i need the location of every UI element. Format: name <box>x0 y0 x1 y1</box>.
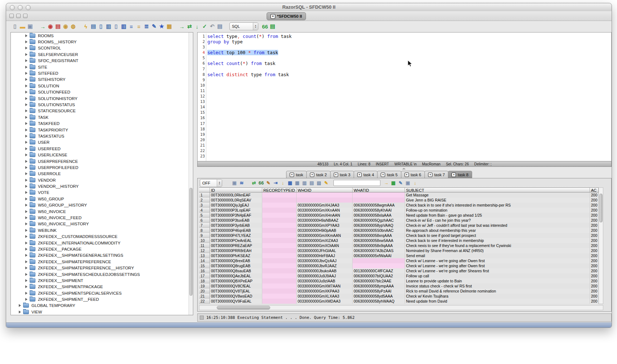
disconnect-db-icon[interactable] <box>47 23 54 30</box>
run-lightning-icon[interactable] <box>82 23 90 30</box>
cell-whatid[interactable]: 006300000058yhWAAQ <box>353 299 405 304</box>
cell-whatid[interactable]: 006300000058ympAAA <box>353 283 405 289</box>
cell-id[interactable]: 00T3000000P47LYEAZ <box>210 233 262 238</box>
table-row[interactable]: 100T3000000L0RknEAFGet Massage200 <box>199 192 599 198</box>
disclosure-triangle-icon[interactable] <box>25 66 27 69</box>
cell-whoid[interactable]: 0033000000GmXM7AAN <box>297 283 353 289</box>
cell-whatid[interactable]: 00630000005S0bnAAC <box>353 228 405 233</box>
disclosure-triangle-icon[interactable] <box>25 279 27 282</box>
sidebar-item-userpreference[interactable]: USERPREFERENCE <box>11 158 193 164</box>
cell-subject[interactable]: Follow-up on nomination <box>405 208 590 213</box>
disclosure-triangle-icon[interactable] <box>25 72 27 75</box>
cell-whoid[interactable]: 0033000000JFhGlAAL <box>297 248 353 253</box>
cell-ac[interactable]: 200 <box>590 263 599 268</box>
close-tab-icon[interactable]: × <box>381 173 385 177</box>
code-line[interactable]: group by type <box>207 39 610 44</box>
result-tab-task-5[interactable]: ×task 5 <box>377 171 401 178</box>
cell-whatid[interactable] <box>353 198 405 203</box>
disclosure-triangle-icon[interactable] <box>19 304 21 307</box>
cell-subject[interactable]: Re-approach about membership this year <box>405 228 590 233</box>
cell-whatid[interactable]: 00630000007A3bZAAS <box>353 248 405 253</box>
refresh-table-icon[interactable] <box>286 179 294 187</box>
fetch-icon[interactable] <box>193 23 201 30</box>
sidebar-item-taskpriority[interactable]: TASKPRIORITY <box>11 127 193 133</box>
cell-whoid[interactable]: 0033000000JbvRJAAZ <box>297 263 353 268</box>
table-page-icon[interactable] <box>301 179 308 187</box>
refresh-results-icon[interactable] <box>250 179 258 187</box>
results-vscrollbar[interactable] <box>599 187 603 304</box>
cell-ac[interactable]: 200 <box>590 203 599 208</box>
close-tab-icon[interactable]: × <box>405 173 409 177</box>
sidebar-item-zkfedex-shipment-feed[interactable]: ZKFEDEX__SHIPMENT__FEED <box>11 296 193 302</box>
disclosure-triangle-icon[interactable] <box>25 59 27 62</box>
sidebar-item-taskstatus[interactable]: TASKSTATUS <box>11 133 193 139</box>
disclosure-triangle-icon[interactable] <box>25 166 27 169</box>
disclosure-triangle-icon[interactable] <box>25 254 27 257</box>
stepper-icon[interactable]: ▲▼ <box>253 23 258 30</box>
code-line[interactable] <box>207 55 610 61</box>
download-icon[interactable] <box>411 179 419 187</box>
disclosure-triangle-icon[interactable] <box>25 222 27 225</box>
cell-recordtypeid[interactable] <box>262 299 297 304</box>
close-tab-icon[interactable]: × <box>428 173 432 177</box>
column-header-whoid[interactable]: WHOID <box>297 187 353 192</box>
cell-subject[interactable]: Need update from David <box>405 299 590 304</box>
cell-whatid[interactable]: 006300000058xrqAAA <box>353 233 405 238</box>
cell-whoid[interactable]: 0033000000Ju9zlAAB <box>297 278 353 283</box>
cell-subject[interactable]: Check w/ Kevin Tsujihara <box>405 294 590 299</box>
copy-icon[interactable] <box>54 23 62 30</box>
sidebar-item-zkfedex-shipmatepreference[interactable]: ZKFEDEX__SHIPMATEPREFERENCE <box>11 259 193 265</box>
cell-whatid[interactable]: 00630000007blc2AAE <box>353 278 405 283</box>
execute-icon[interactable] <box>178 23 186 30</box>
result-tab-task-6[interactable]: ×task 6 <box>401 171 425 178</box>
cell-whatid[interactable]: 006300000058yd5AAA <box>353 294 405 299</box>
copy-results-icon[interactable] <box>308 179 315 187</box>
cell-whoid[interactable]: 0033000000JbvQzAAJ <box>297 258 353 263</box>
rollback-icon[interactable] <box>208 23 216 30</box>
cell-ac[interactable]: 200 <box>590 258 599 263</box>
disclosure-triangle-icon[interactable] <box>25 40 27 43</box>
cell-id[interactable]: 00T3000000Q8sauEAB <box>210 268 262 273</box>
cell-ac[interactable]: 200 <box>590 223 599 228</box>
code-line[interactable] <box>207 153 610 159</box>
sql-mode-select[interactable]: SQL ▲▼ <box>229 22 258 30</box>
cell-whoid[interactable]: 0033000000GmXHJAA3 <box>297 203 353 208</box>
disclosure-triangle-icon[interactable] <box>25 97 27 100</box>
disclosure-triangle-icon[interactable] <box>25 191 27 194</box>
disclosure-triangle-icon[interactable] <box>25 147 27 150</box>
cell-whatid[interactable] <box>353 263 405 268</box>
edit-page-icon[interactable] <box>112 23 120 30</box>
close-tab-icon[interactable]: × <box>334 173 338 177</box>
cell-whatid[interactable]: 00630000007bIQUAA2 <box>353 273 405 278</box>
cell-ac[interactable]: 200 <box>590 218 599 223</box>
disclosure-triangle-icon[interactable] <box>25 248 27 251</box>
table-row[interactable]: 1100T3000000PREZaEAP0033000000GmXOiAAN00… <box>199 243 599 248</box>
disclosure-triangle-icon[interactable] <box>25 229 27 232</box>
cell-recordtypeid[interactable] <box>262 198 297 203</box>
column-header-id[interactable]: ID <box>210 187 262 192</box>
cell-id[interactable]: 00T3000000PRR8rEAH <box>210 248 262 253</box>
cell-recordtypeid[interactable] <box>262 218 297 223</box>
cell-ac[interactable]: 200 <box>590 248 599 253</box>
cell-id[interactable]: 00T3000000QV8TjEAL <box>210 289 262 294</box>
sidebar-item-userfeed[interactable]: USERFEED <box>11 146 193 152</box>
cell-subject[interactable]: Check w/ Leanne - we're going after Owen… <box>405 263 590 268</box>
cell-ac[interactable]: 200 <box>590 213 599 218</box>
cell-ac[interactable]: 200 <box>590 283 599 289</box>
table-star-icon[interactable] <box>165 23 173 30</box>
cell-id[interactable]: 00T3000000Q8rugEAB <box>210 263 262 268</box>
describe-icon[interactable] <box>261 23 269 30</box>
cell-whoid[interactable] <box>297 192 353 198</box>
disclosure-triangle-icon[interactable] <box>25 210 27 213</box>
table-row[interactable]: 800T3000000P46qnEAB0033000000H9i0pAAB006… <box>199 228 599 233</box>
cell-subject[interactable]: Get Massage <box>405 192 590 198</box>
column-header-ac[interactable]: AC <box>590 187 599 192</box>
sidebar-item-vendor[interactable]: VENDOR <box>11 177 193 183</box>
code-line[interactable] <box>207 115 610 121</box>
results-search-input[interactable] <box>333 180 380 186</box>
sidebar-item-sitehistory[interactable]: SITEHISTORY <box>11 77 193 83</box>
disclosure-triangle-icon[interactable] <box>25 109 27 112</box>
disclosure-triangle-icon[interactable] <box>25 292 27 295</box>
cell-id[interactable]: 00T3000000P3N4pEAF <box>210 213 262 218</box>
table-row[interactable]: 300T3000000QiyJgEAJ0033000000GmXHJAA3006… <box>199 203 599 208</box>
